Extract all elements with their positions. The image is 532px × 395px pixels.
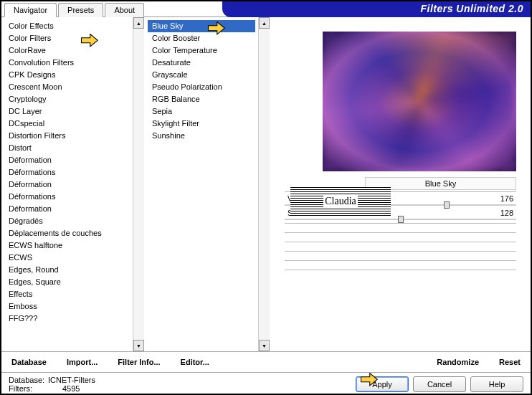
watermark-text: Claudia bbox=[323, 196, 358, 207]
list-item[interactable]: Blue Sky bbox=[148, 20, 255, 32]
list-item[interactable]: RGB Balance bbox=[148, 93, 255, 105]
status-left: Database: ICNET-Filters Filters: 4595 bbox=[9, 376, 95, 393]
filters-listbox[interactable]: Blue SkyColor BoosterColor TemperatureDe… bbox=[145, 17, 258, 351]
list-item[interactable]: Déformations bbox=[4, 166, 130, 179]
filters-count-value: 4595 bbox=[48, 384, 95, 393]
list-item[interactable]: Color Temperature bbox=[148, 44, 255, 57]
app-title: Filters Unlimited 2.0 bbox=[420, 3, 523, 14]
list-item[interactable]: Color Filters bbox=[4, 32, 130, 44]
main-area: Color EffectsColor FiltersColorRaveConvo… bbox=[1, 17, 531, 351]
filters-count-label: Filters: bbox=[9, 384, 48, 393]
list-item[interactable]: Emboss bbox=[4, 300, 130, 313]
import-button[interactable]: Import... bbox=[64, 356, 100, 368]
categories-scrollbar[interactable]: ▲ ▼ bbox=[133, 17, 144, 351]
divider bbox=[285, 232, 516, 233]
database-button[interactable]: Database bbox=[9, 356, 49, 368]
filter-info-button[interactable]: Filter Info... bbox=[115, 356, 163, 368]
divider bbox=[285, 251, 516, 252]
list-item[interactable]: Edges, Round bbox=[4, 264, 130, 276]
scroll-down-icon[interactable]: ▼ bbox=[259, 340, 270, 351]
list-item[interactable]: Sunshine bbox=[148, 130, 255, 142]
filters-scrollbar[interactable]: ▲ ▼ bbox=[258, 17, 270, 351]
list-item[interactable]: Cryptology bbox=[4, 93, 130, 105]
list-item[interactable]: Distort bbox=[4, 142, 130, 154]
list-item[interactable]: Grayscale bbox=[148, 69, 255, 81]
cancel-button[interactable]: Cancel bbox=[413, 376, 466, 392]
list-item[interactable]: ColorRave bbox=[4, 44, 130, 57]
randomize-button[interactable]: Randomize bbox=[434, 356, 482, 368]
list-item[interactable]: Edges, Square bbox=[4, 276, 130, 288]
scroll-up-icon[interactable]: ▲ bbox=[259, 17, 270, 29]
scroll-down-icon[interactable]: ▼ bbox=[133, 340, 144, 351]
list-item[interactable]: Desaturate bbox=[148, 57, 255, 69]
preview-image bbox=[323, 32, 516, 171]
filters-column: Blue SkyColor BoosterColor TemperatureDe… bbox=[145, 17, 270, 351]
list-item[interactable]: Déformations bbox=[4, 191, 130, 203]
list-item[interactable]: Crescent Moon bbox=[4, 81, 130, 93]
list-item[interactable]: Color Effects bbox=[4, 20, 130, 32]
slider-scale[interactable] bbox=[285, 219, 516, 220]
list-item[interactable]: Déformation bbox=[4, 154, 130, 166]
list-item[interactable]: DC Layer bbox=[4, 105, 130, 118]
divider bbox=[285, 260, 516, 261]
right-panel: Claudia Blue Sky Vertical Offset 176 Sca… bbox=[270, 17, 531, 351]
reset-button[interactable]: Reset bbox=[496, 356, 523, 368]
list-item[interactable]: Déformation bbox=[4, 203, 130, 215]
scroll-up-icon[interactable]: ▲ bbox=[133, 17, 144, 29]
list-item[interactable]: Skylight Filter bbox=[148, 118, 255, 130]
param-value: 176 bbox=[500, 194, 513, 203]
title-bar: Filters Unlimited 2.0 Navigator Presets … bbox=[1, 1, 531, 17]
status-bar: Database: ICNET-Filters Filters: 4595 Ap… bbox=[1, 372, 531, 395]
scroll-track[interactable] bbox=[259, 29, 270, 340]
editor-button[interactable]: Editor... bbox=[178, 356, 212, 368]
help-button[interactable]: Help bbox=[470, 376, 523, 392]
list-item[interactable]: FFG??? bbox=[4, 313, 130, 325]
param-value: 128 bbox=[500, 209, 513, 217]
list-item[interactable]: ECWS bbox=[4, 252, 130, 264]
divider bbox=[285, 242, 516, 242]
tab-bar: Navigator Presets About bbox=[4, 2, 146, 16]
list-item[interactable]: Déplacements de couches bbox=[4, 227, 130, 239]
apply-button[interactable]: Apply bbox=[356, 376, 409, 392]
tab-about[interactable]: About bbox=[105, 3, 144, 17]
list-item[interactable]: Convolution Filters bbox=[4, 57, 130, 69]
list-item[interactable]: ECWS halftone bbox=[4, 239, 130, 252]
divider bbox=[285, 223, 516, 224]
categories-listbox[interactable]: Color EffectsColor FiltersColorRaveConvo… bbox=[1, 17, 133, 351]
watermark: Claudia bbox=[290, 187, 391, 216]
list-item[interactable]: CPK Designs bbox=[4, 69, 130, 81]
list-item[interactable]: DCspecial bbox=[4, 118, 130, 130]
db-value: ICNET-Filters bbox=[48, 376, 95, 384]
list-item[interactable]: Distortion Filters bbox=[4, 130, 130, 142]
list-item[interactable]: Sepia bbox=[148, 105, 255, 118]
slider-thumb[interactable] bbox=[398, 216, 404, 223]
categories-column: Color EffectsColor FiltersColorRaveConvo… bbox=[1, 17, 145, 351]
tab-navigator[interactable]: Navigator bbox=[4, 3, 57, 17]
slider-thumb[interactable] bbox=[444, 201, 450, 209]
toolbar: Database Import... Filter Info... Editor… bbox=[1, 351, 531, 372]
scroll-track[interactable] bbox=[133, 29, 144, 340]
divider bbox=[285, 270, 516, 270]
list-item[interactable]: Pseudo Polarization bbox=[148, 81, 255, 93]
list-item[interactable]: Déformation bbox=[4, 179, 130, 191]
list-item[interactable]: Dégradés bbox=[4, 215, 130, 227]
db-label: Database: bbox=[9, 376, 48, 384]
list-item[interactable]: Effects bbox=[4, 288, 130, 300]
tab-presets[interactable]: Presets bbox=[58, 3, 103, 17]
list-item[interactable]: Color Booster bbox=[148, 32, 255, 44]
